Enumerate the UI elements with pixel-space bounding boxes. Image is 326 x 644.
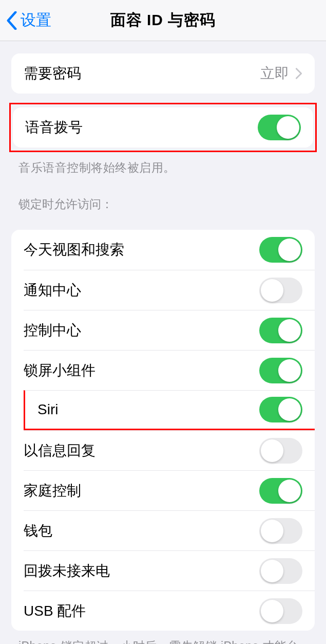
lock-item-label: 控制中心 (24, 321, 81, 340)
lock-item-toggle[interactable] (259, 598, 302, 624)
lock-item-toggle[interactable] (259, 397, 302, 422)
lock-item-label: USB 配件 (24, 601, 86, 621)
require-passcode-group: 需要密码 立即 (11, 53, 315, 94)
lock-item-row: 通知中心 (24, 270, 315, 310)
lock-item-row: USB 配件 (24, 591, 315, 631)
lock-item-row: 回拨未接来电 (24, 550, 315, 591)
lock-item-row: 钱包 (24, 510, 315, 550)
back-button[interactable]: 设置 (0, 10, 51, 31)
voice-dial-footer: 音乐语音控制将始终被启用。 (0, 152, 326, 176)
lock-item-toggle[interactable] (259, 518, 302, 544)
lock-item-toggle[interactable] (259, 358, 302, 383)
lock-item-label: 家庭控制 (24, 481, 81, 501)
voice-dial-highlight: 语音拨号 (9, 103, 317, 152)
lock-item-label: 钱包 (24, 521, 52, 541)
lock-item-row: 家庭控制 (24, 470, 315, 510)
lock-access-group: 今天视图和搜索通知中心控制中心锁屏小组件Siri以信息回复家庭控制钱包回拨未接来… (11, 230, 315, 631)
voice-dial-label: 语音拨号 (25, 118, 83, 137)
lock-item-toggle[interactable] (259, 558, 302, 584)
lock-section-header: 锁定时允许访问： (0, 176, 326, 217)
lock-item-label: 以信息回复 (24, 441, 95, 461)
lock-item-row: 锁屏小组件 (24, 350, 315, 390)
page-title: 面容 ID 与密码 (110, 10, 216, 31)
voice-dial-row: 语音拨号 (13, 107, 313, 148)
chevron-left-icon (6, 11, 17, 30)
chevron-right-icon (295, 67, 302, 80)
lock-item-label: 回拨未接来电 (24, 561, 110, 581)
lock-item-row: Siri (24, 390, 315, 430)
lock-item-row: 今天视图和搜索 (11, 230, 315, 270)
lock-section-footer: iPhone 锁定超过一小时后，需先解锁 iPhone 才能允许USB 配件连接… (0, 631, 326, 644)
lock-item-toggle[interactable] (259, 278, 302, 303)
lock-item-toggle[interactable] (259, 438, 302, 464)
lock-item-label: 锁屏小组件 (24, 361, 95, 380)
lock-item-label: 通知中心 (24, 281, 81, 300)
back-label: 设置 (21, 10, 51, 31)
voice-dial-group: 语音拨号 (13, 107, 313, 148)
lock-item-toggle[interactable] (259, 237, 302, 263)
lock-item-toggle[interactable] (259, 478, 302, 504)
nav-bar: 设置 面容 ID 与密码 (0, 0, 326, 41)
voice-dial-toggle[interactable] (258, 115, 301, 140)
require-passcode-value: 立即 (260, 64, 289, 83)
lock-item-row: 控制中心 (24, 310, 315, 350)
require-passcode-row[interactable]: 需要密码 立即 (11, 53, 315, 94)
lock-item-row: 以信息回复 (24, 430, 315, 470)
lock-item-label: 今天视图和搜索 (24, 240, 124, 260)
lock-item-label: Siri (37, 401, 58, 418)
lock-item-toggle[interactable] (259, 318, 302, 343)
require-passcode-label: 需要密码 (24, 64, 81, 83)
